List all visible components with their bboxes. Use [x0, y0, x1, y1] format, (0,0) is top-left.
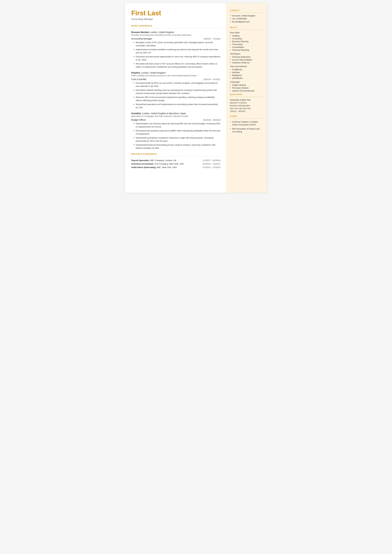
skill-item: NetSuite — [230, 71, 263, 74]
contact-list: Somerset, United Kingdom +44 1234567890 … — [230, 15, 263, 23]
education-heading: EDUCATION — [230, 93, 263, 95]
languages-list: English (Native) Romanian (Native) Spani… — [230, 84, 263, 92]
job-block-2: Polyhire, London, United Kingdom Offers … — [131, 71, 221, 109]
bullet-item: Eliminated material handling costs by re… — [133, 89, 221, 95]
company-name-2: Polyhire, London, United Kingdom — [131, 71, 221, 74]
bullet-item: Recruited and built a team of 30+ accoun… — [133, 62, 221, 68]
resume-document: First Last Accounting Manager WORK EXPER… — [125, 3, 267, 193]
skill-item: Auditing — [230, 35, 263, 37]
left-column: First Last Accounting Manager WORK EXPER… — [125, 3, 226, 193]
hard-skills-list: Auditing Accounting Business Planning Fo… — [230, 35, 263, 51]
company-name-1: Resume Worded, London, United Kingdom — [131, 31, 221, 34]
education-divider — [230, 97, 263, 97]
other-item-1: American Institute of Certified Public A… — [230, 120, 263, 126]
skill-item: Consolidation — [230, 46, 263, 48]
company-desc-1: Provides accounting and consulting servi… — [131, 34, 221, 36]
contact-item-email: first.last@gmail.com — [230, 21, 263, 23]
edu-school: University of New York — [230, 99, 263, 101]
bullet-item: Implemented consistent workflow monitori… — [133, 48, 221, 54]
bullet-item: Implemented financial forecasting proces… — [133, 143, 221, 150]
other-list: American Institute of Certified Public A… — [230, 120, 263, 133]
edu-location: New York City, New York — [230, 107, 263, 110]
education-block: University of New York Bachelor of Scien… — [230, 99, 263, 113]
prev-exp-title-2: Inventory Accountant, XYZ Company, New Y… — [131, 163, 184, 165]
prev-exp-title-1: Payroll Specialist, ABC Company, London,… — [131, 159, 176, 161]
skills-heading: SKILLS — [230, 26, 263, 28]
contact-divider — [230, 13, 263, 13]
skill-item: Financial Statements — [230, 56, 263, 58]
edu-dates: 10/2011 - 06/2014 — [230, 110, 263, 113]
prev-exp-title-3: Audit Intern (Internship), ABC, New York… — [131, 166, 177, 168]
bullet-item: Increased profits by 83% via cost contro… — [133, 82, 221, 88]
bullet-item: Streamlined operational compliance measu… — [133, 136, 221, 142]
bullet-item: Streamlined operations and implemented a… — [133, 103, 221, 109]
prev-exp-dates-3: 07/2014 – 12/2015 — [203, 166, 221, 168]
role-row-2: Cost Controller 10/2019 – 07/2021 — [131, 78, 221, 81]
skill-item: English (Native) — [230, 84, 263, 86]
company-desc-3: Specializes in mortgages that help custo… — [131, 115, 221, 117]
role-row-3: Budget Officer 06/2018 – 09/2019 — [131, 119, 221, 121]
edu-field: Business Administration — [230, 104, 263, 107]
skill-item: Financial Reporting — [230, 49, 263, 51]
techniques-label: Techniques: — [230, 53, 263, 55]
job-bullets-2: Increased profits by 83% via cost contro… — [131, 82, 221, 109]
job-bullets-1: Managed a team of 50+ junior accounting … — [131, 41, 221, 68]
hard-skills-label: Hard Skills: — [230, 32, 263, 34]
candidate-name: First Last — [131, 9, 221, 17]
role-dates-3: 06/2018 – 09/2019 — [203, 119, 220, 121]
role-dates-1: 08/2021 – Present — [204, 38, 220, 40]
candidate-title: Accounting Manager — [131, 18, 221, 20]
tools-list: ProfitBooks NetSuite Brightpearl QuickBo… — [230, 69, 263, 79]
other-item-2: RW Association of Finance and Accounting — [230, 127, 263, 133]
skill-item: Brightpearl — [230, 74, 263, 77]
skill-item: Spanish (Conversational) — [230, 90, 263, 92]
role-title-3: Budget Officer — [131, 119, 146, 121]
role-title-1: Accounting Manager — [131, 37, 152, 40]
prev-exp-dates-1: 11/2017 – 05/2018 — [203, 159, 221, 161]
role-dates-2: 10/2019 – 07/2021 — [203, 78, 220, 81]
job-bullets-3: Spearheaded cost reduction plans by redu… — [131, 122, 221, 150]
company-name-3: Growthsi, London, United Kingdom & Barce… — [131, 112, 221, 115]
prev-exp-row-3: Audit Intern (Internship), ABC, New York… — [131, 166, 221, 168]
skill-item: Business Planning — [230, 40, 263, 43]
other-heading: OTHER — [230, 115, 263, 117]
prev-exp-dates-2: 01/2016 – 10/2017 — [203, 163, 221, 165]
work-experience-heading: WORK EXPERIENCE — [131, 25, 221, 27]
bullet-item: Examined and discovered opportunities to… — [133, 55, 221, 61]
skill-item: Sarbanes-Oxley Act — [230, 62, 263, 64]
skills-divider — [230, 29, 263, 30]
contact-item-phone: +44 1234567890 — [230, 18, 263, 20]
languages-label: Languages: — [230, 81, 263, 83]
prev-experience-divider — [131, 156, 221, 157]
job-block-3: Growthsi, London, United Kingdom & Barce… — [131, 112, 221, 150]
skill-item: Accounting — [230, 38, 263, 40]
techniques-list: Financial Statements Account Reconciliat… — [230, 56, 263, 64]
edu-degree: Bachelor of Science — [230, 101, 263, 104]
company-desc-2: Offers auditing and advisory services to… — [131, 74, 221, 77]
prev-exp-row-1: Payroll Specialist, ABC Company, London,… — [131, 159, 221, 161]
skill-item: Romanian (Native) — [230, 87, 263, 89]
job-block-1: Resume Worded, London, United Kingdom Pr… — [131, 31, 221, 68]
role-title-2: Cost Controller — [131, 78, 147, 81]
skill-item: QuickBooks — [230, 77, 263, 79]
skill-item: Account Reconciliation — [230, 59, 263, 61]
bullet-item: Reduced 40% of the procurement departmen… — [133, 96, 221, 102]
role-row-1: Accounting Manager 08/2021 – Present — [131, 37, 221, 40]
work-experience-divider — [131, 28, 221, 28]
right-column: CONTACT Somerset, United Kingdom +44 123… — [226, 3, 267, 193]
bullet-item: Decreased total quarterly expenses by $8… — [133, 129, 221, 135]
prev-exp-row-2: Inventory Accountant, XYZ Company, New Y… — [131, 163, 221, 165]
bullet-item: Managed a team of 50+ junior accounting … — [133, 41, 221, 47]
contact-heading: CONTACT — [230, 9, 263, 11]
bullet-item: Spearheaded cost reduction plans by redu… — [133, 122, 221, 128]
skill-item: ProfitBooks — [230, 69, 263, 71]
tools-label: Tools and Software: — [230, 65, 263, 68]
skill-item: Forecasting — [230, 43, 263, 45]
contact-item-location: Somerset, United Kingdom — [230, 15, 263, 17]
prev-experience-heading: PREVIOUS EXPERIENCE — [131, 153, 221, 155]
